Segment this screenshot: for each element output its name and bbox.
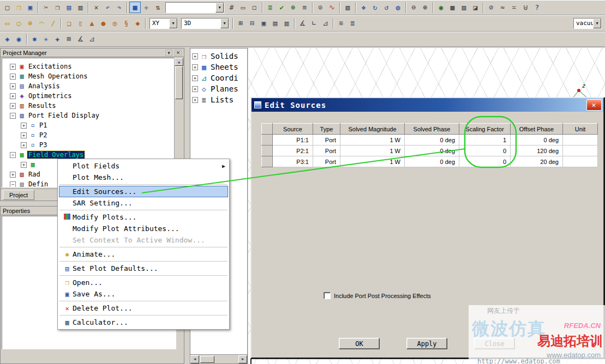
face-cs-icon[interactable]: ✳ bbox=[40, 33, 52, 45]
cell[interactable]: Port bbox=[313, 135, 340, 145]
cell[interactable]: P3:1 bbox=[273, 156, 313, 167]
hide-object-icon[interactable]: ◪ bbox=[470, 2, 481, 13]
menu-item-calculator[interactable]: ▦Calculator... bbox=[59, 317, 228, 328]
model-tree-item-sheets[interactable]: +▦Sheets bbox=[190, 62, 247, 72]
expand-icon[interactable]: + bbox=[192, 64, 198, 70]
help-icon[interactable]: ? bbox=[531, 2, 543, 13]
collapse-icon[interactable]: − bbox=[10, 113, 16, 119]
expand-icon[interactable]: + bbox=[10, 172, 16, 178]
new-window-icon[interactable]: ▧ bbox=[342, 2, 354, 13]
menu-item-set-plot-defaults[interactable]: ▤Set Plot Defaults... bbox=[59, 263, 228, 274]
cell[interactable]: 1 W bbox=[340, 156, 405, 167]
scrollbar-thumb[interactable] bbox=[175, 66, 183, 99]
dialog-close-button[interactable]: ✕ bbox=[586, 99, 602, 111]
expand-icon[interactable]: + bbox=[10, 74, 16, 80]
tree-item-p1[interactable]: +▫P1 bbox=[21, 120, 173, 130]
zoom-out-icon[interactable]: ⊖ bbox=[408, 2, 420, 13]
window-tile-icon[interactable]: ⊟ bbox=[247, 17, 258, 29]
select-tool-icon[interactable]: ▦ bbox=[129, 2, 141, 13]
relative-cs-icon[interactable]: ✱ bbox=[29, 33, 40, 45]
menu-item-delete-plot[interactable]: ✕Delete Plot... bbox=[59, 302, 228, 314]
global-cs-icon[interactable]: ⊞ bbox=[63, 33, 75, 45]
draw-ellipse-icon[interactable]: ⊜ bbox=[25, 17, 36, 29]
tree-item-mesh-operations[interactable]: +▦Mesh Operations bbox=[10, 71, 173, 81]
analyze-icon[interactable]: ⊕ bbox=[287, 2, 299, 13]
draw-sphere-icon[interactable]: ● bbox=[98, 17, 109, 29]
delete-icon[interactable]: ✕ bbox=[91, 2, 102, 13]
draw-box-icon[interactable]: ❑ bbox=[63, 17, 75, 29]
list-icon[interactable]: ≣ bbox=[265, 2, 276, 13]
menu-item-sar-setting[interactable]: SAR Setting... bbox=[59, 197, 228, 209]
project-manager-titlebar[interactable]: Project Manager ▾ ✕ bbox=[1, 48, 184, 57]
tree-item-results[interactable]: +▥Results bbox=[10, 101, 173, 111]
model-tree-item-solids[interactable]: +❒Solids bbox=[190, 51, 247, 62]
expand-icon[interactable]: + bbox=[192, 53, 198, 59]
validate-icon[interactable]: ✔ bbox=[276, 2, 287, 13]
boundary-display-icon[interactable]: ◈ bbox=[2, 33, 13, 45]
redo-icon[interactable]: ↷ bbox=[113, 2, 125, 13]
cell[interactable] bbox=[563, 145, 598, 156]
checkbox-box[interactable] bbox=[324, 292, 331, 299]
tree-item-p3[interactable]: +▫P3 bbox=[21, 140, 173, 150]
draw-cone-icon[interactable]: ▲ bbox=[86, 17, 98, 29]
menu-item-animate[interactable]: ✱Animate... bbox=[59, 248, 228, 260]
expand-icon[interactable]: + bbox=[192, 86, 198, 92]
cut-icon[interactable]: ✂ bbox=[40, 2, 52, 13]
include-port-post-processing-checkbox[interactable]: Include Port Post Processing Effects bbox=[324, 292, 431, 299]
menu-item-edit-sources[interactable]: Edit Sources... bbox=[59, 186, 228, 197]
model-tree-item-coordi[interactable]: +⊿Coordi bbox=[190, 72, 247, 83]
menu-item-plot-fields[interactable]: Plot Fields▶ bbox=[59, 160, 228, 172]
collapse-icon[interactable]: − bbox=[10, 181, 16, 187]
menu-item-modify-plot-attributes[interactable]: Modify Plot Attributes... bbox=[59, 223, 228, 234]
pan-icon[interactable]: ❖ bbox=[358, 2, 369, 13]
window-split-icon[interactable]: ▣ bbox=[258, 17, 269, 29]
cell[interactable]: 1 bbox=[459, 135, 511, 145]
zoom-in-icon[interactable]: ⊕ bbox=[420, 2, 431, 13]
ok-button[interactable]: OK bbox=[339, 338, 380, 349]
window-cascade-icon[interactable]: ⊞ bbox=[235, 17, 247, 29]
fit-view-icon[interactable]: ◉ bbox=[435, 2, 447, 13]
move-icon[interactable]: ✛ bbox=[141, 2, 152, 13]
rect-select-icon[interactable]: ▭ bbox=[237, 2, 249, 13]
paste-icon[interactable]: ▤ bbox=[63, 2, 75, 13]
tree-item-optimetrics[interactable]: +◈Optimetrics bbox=[10, 91, 173, 101]
menu-item-save-as[interactable]: ▣Save As... bbox=[59, 288, 228, 300]
model-tree-item-planes[interactable]: +◇Planes bbox=[190, 83, 247, 94]
tab-project[interactable]: Project bbox=[3, 190, 34, 200]
draw-rectangle-icon[interactable]: ▭ bbox=[2, 17, 13, 29]
save-icon[interactable]: ▣ bbox=[25, 2, 36, 13]
menu-item-plot-mesh[interactable]: Plot Mesh... bbox=[59, 172, 228, 183]
undo-icon[interactable]: ↶ bbox=[102, 2, 113, 13]
measure-angle-icon[interactable]: ∡ bbox=[297, 17, 308, 29]
material-combo[interactable]: vacuum▼ bbox=[573, 18, 602, 29]
cell[interactable] bbox=[563, 135, 598, 145]
cell[interactable] bbox=[563, 156, 598, 167]
draw-line-icon[interactable]: / bbox=[47, 17, 59, 29]
expand-icon[interactable]: + bbox=[192, 75, 198, 81]
align-vertical-icon[interactable]: ≣ bbox=[347, 17, 358, 29]
drawing-plane-combo[interactable]: 3D▼ bbox=[181, 18, 229, 29]
object-cs-icon[interactable]: ✚ bbox=[52, 33, 63, 45]
box-select-icon[interactable]: ◻ bbox=[249, 2, 260, 13]
draw-polyhedron-icon[interactable]: ◆ bbox=[132, 17, 143, 29]
draw-arc-icon[interactable]: ◠ bbox=[36, 17, 47, 29]
new-file-icon[interactable]: ▢ bbox=[2, 2, 13, 13]
draw-helix-icon[interactable]: § bbox=[121, 17, 132, 29]
cell[interactable]: Port bbox=[313, 145, 340, 156]
scroll-right-icon[interactable]: ▶ bbox=[238, 355, 247, 363]
expand-icon[interactable]: + bbox=[21, 123, 27, 129]
collapse-icon[interactable]: − bbox=[10, 152, 16, 158]
dropdown-arrow-icon[interactable]: ▼ bbox=[593, 19, 601, 28]
cell[interactable]: P1:1 bbox=[273, 135, 313, 145]
cell[interactable]: P2:1 bbox=[273, 145, 313, 156]
cell[interactable]: 120 deg bbox=[511, 145, 563, 156]
apply-button[interactable]: Apply bbox=[406, 338, 447, 349]
expand-icon[interactable]: + bbox=[10, 64, 16, 70]
expand-icon[interactable]: + bbox=[21, 132, 27, 138]
close-icon[interactable]: ✕ bbox=[175, 50, 182, 56]
window-close-icon[interactable]: ▥ bbox=[281, 17, 292, 29]
mirror-icon[interactable]: ⊘ bbox=[486, 2, 497, 13]
wireframe-view-icon[interactable]: ▨ bbox=[458, 2, 470, 13]
menu-item-open[interactable]: ❒Open... bbox=[59, 277, 228, 288]
scrollbar-thumb[interactable] bbox=[200, 356, 214, 363]
